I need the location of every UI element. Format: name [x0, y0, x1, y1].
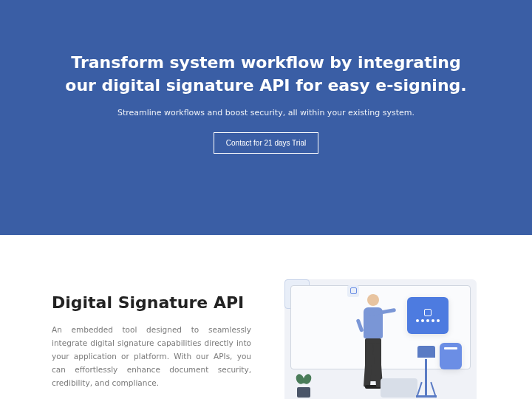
padlock-icon — [424, 309, 432, 316]
cta-trial-button[interactable]: Contact for 21 days Trial — [214, 132, 318, 154]
section-heading: Digital Signature API — [52, 293, 251, 312]
password-card-icon — [407, 297, 449, 334]
section-body: An embedded tool designed to seamlessly … — [52, 324, 251, 389]
lamp-icon — [413, 346, 440, 398]
plant-icon — [295, 374, 313, 398]
sofa-icon — [381, 378, 417, 398]
api-section: Digital Signature API An embedded tool d… — [0, 235, 532, 399]
password-dots-icon — [416, 319, 440, 322]
hero-section: Transform system workflow by integrating… — [0, 0, 532, 235]
api-text-column: Digital Signature API An embedded tool d… — [52, 293, 251, 389]
hero-title: Transform system workflow by integrating… — [59, 52, 473, 98]
signature-illustration — [284, 279, 477, 399]
mobile-card-icon — [440, 343, 462, 369]
hero-subtitle: Streamline workflows and boost security,… — [30, 108, 502, 117]
illustration-column — [281, 279, 480, 399]
person-figure — [355, 294, 392, 390]
